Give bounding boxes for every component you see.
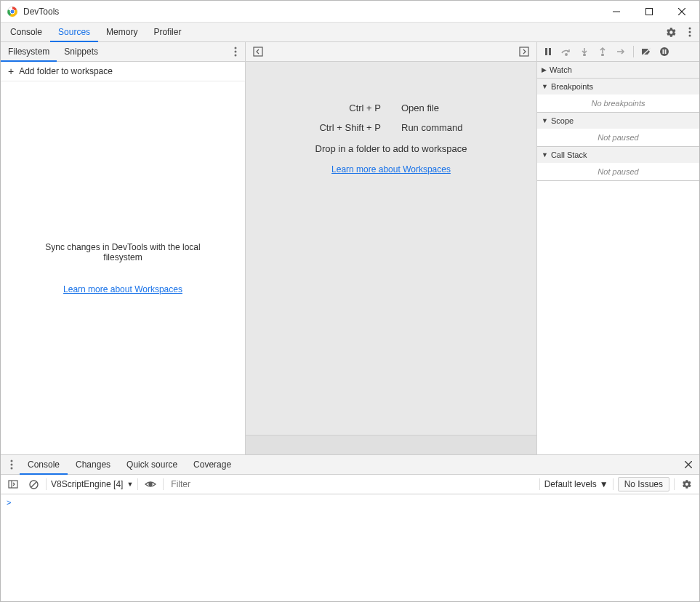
toggle-navigator-button[interactable] <box>250 44 266 60</box>
editor-footer <box>246 435 536 454</box>
tab-console[interactable]: Console <box>2 23 50 41</box>
step-over-icon <box>561 47 571 56</box>
svg-rect-13 <box>520 47 528 56</box>
log-levels-selector[interactable]: Default levels ▼ <box>544 479 608 489</box>
svg-rect-24 <box>663 49 664 54</box>
triangle-right-icon: ▶ <box>542 66 547 73</box>
svg-rect-12 <box>254 47 262 56</box>
gear-icon <box>682 479 692 489</box>
context-selector[interactable]: V8ScriptEngine [4] ▼ <box>51 479 133 489</box>
window-title: DevTools <box>23 7 59 17</box>
console-output[interactable]: > <box>1 494 699 596</box>
drawer-close-button[interactable] <box>680 457 696 473</box>
scope-not-paused-message: Not paused <box>537 129 699 146</box>
tab-sources[interactable]: Sources <box>50 23 98 41</box>
svg-point-10 <box>235 51 237 53</box>
svg-point-8 <box>689 35 691 37</box>
svg-rect-14 <box>545 48 547 55</box>
eye-icon <box>145 480 156 489</box>
add-folder-button[interactable]: + Add folder to workspace <box>1 62 245 81</box>
subtab-snippets[interactable]: Snippets <box>57 42 105 61</box>
learn-more-workspaces-link[interactable]: Learn more about Workspaces <box>63 284 182 294</box>
sync-message: Sync changes in DevTools with the local … <box>30 242 216 262</box>
step-into-button[interactable] <box>576 44 592 60</box>
svg-rect-25 <box>665 49 667 54</box>
console-prompt: > <box>7 498 11 507</box>
devtools-logo-icon <box>7 6 18 17</box>
caret-down-icon: ▼ <box>600 479 608 489</box>
svg-rect-31 <box>9 481 17 488</box>
drawer-tab-coverage[interactable]: Coverage <box>185 455 239 474</box>
settings-button[interactable] <box>661 23 680 41</box>
close-button[interactable] <box>665 1 698 22</box>
kebab-icon <box>688 27 691 37</box>
svg-point-23 <box>660 47 669 56</box>
pause-icon <box>544 47 552 56</box>
shortcut-run-command-key: Ctrl + Shift + P <box>319 122 381 133</box>
svg-point-18 <box>584 54 585 55</box>
svg-point-20 <box>602 54 603 55</box>
live-expression-button[interactable] <box>142 476 158 492</box>
minimize-button[interactable] <box>600 1 632 22</box>
shortcut-open-file-key: Ctrl + P <box>319 103 381 113</box>
callstack-section-header[interactable]: ▼Call Stack <box>537 147 699 163</box>
step-out-icon <box>598 47 607 56</box>
add-folder-label: Add folder to workspace <box>19 66 113 76</box>
step-over-button[interactable] <box>558 44 574 60</box>
editor-placeholder: Ctrl + P Open file Ctrl + Shift + P Run … <box>246 62 536 435</box>
no-breakpoints-message: No breakpoints <box>537 95 699 112</box>
step-out-button[interactable] <box>595 44 611 60</box>
drop-folder-message: Drop in a folder to add to workspace <box>315 143 467 154</box>
svg-point-6 <box>689 28 691 30</box>
close-icon <box>685 461 692 468</box>
sidebar-toggle-icon <box>8 480 18 489</box>
triangle-down-icon: ▼ <box>542 83 548 90</box>
svg-point-26 <box>11 460 13 462</box>
gear-icon <box>666 27 677 38</box>
svg-point-27 <box>11 464 13 466</box>
step-button[interactable] <box>613 44 629 60</box>
console-filter-input[interactable] <box>168 477 534 491</box>
collapse-right-icon <box>519 47 529 57</box>
triangle-down-icon: ▼ <box>542 117 548 124</box>
toggle-debugger-button[interactable] <box>516 44 532 60</box>
pause-button[interactable] <box>540 44 556 60</box>
scope-section-header[interactable]: ▼Scope <box>537 113 699 129</box>
toggle-console-sidebar-button[interactable] <box>5 476 21 492</box>
svg-line-34 <box>31 482 36 487</box>
watch-section-header[interactable]: ▶Watch <box>537 62 699 78</box>
kebab-icon <box>234 47 237 57</box>
breakpoints-label: Breakpoints <box>551 82 593 91</box>
svg-point-35 <box>149 483 152 486</box>
breakpoints-section-header[interactable]: ▼Breakpoints <box>537 79 699 95</box>
drawer-tab-changes[interactable]: Changes <box>68 455 118 474</box>
svg-point-7 <box>689 31 691 33</box>
svg-point-1 <box>10 9 15 14</box>
drawer-more-button[interactable] <box>4 457 20 473</box>
maximize-button[interactable] <box>632 1 665 22</box>
console-settings-button[interactable] <box>679 476 695 492</box>
svg-point-28 <box>11 467 13 470</box>
editor-learn-more-link[interactable]: Learn more about Workspaces <box>331 164 451 174</box>
collapse-left-icon <box>253 47 263 57</box>
pause-circle-icon <box>659 47 669 57</box>
pause-on-exceptions-button[interactable] <box>656 44 672 60</box>
context-label: V8ScriptEngine [4] <box>51 479 123 489</box>
step-icon <box>616 47 626 56</box>
levels-label: Default levels <box>544 479 597 489</box>
drawer-tab-console[interactable]: Console <box>20 455 68 474</box>
deactivate-breakpoints-button[interactable] <box>638 44 654 60</box>
tab-memory[interactable]: Memory <box>98 23 145 41</box>
clear-icon <box>29 480 39 489</box>
shortcut-run-command-desc: Run command <box>401 122 463 133</box>
callstack-not-paused-message: Not paused <box>537 163 699 180</box>
more-button[interactable] <box>680 23 699 41</box>
scope-label: Scope <box>551 116 574 125</box>
sidebar-more-button[interactable] <box>226 47 245 57</box>
tab-profiler[interactable]: Profiler <box>145 23 189 41</box>
subtab-filesystem[interactable]: Filesystem <box>1 42 57 61</box>
caret-down-icon: ▼ <box>126 481 133 488</box>
clear-console-button[interactable] <box>25 476 41 492</box>
drawer-tab-quick-source[interactable]: Quick source <box>118 455 185 474</box>
no-issues-button[interactable]: No Issues <box>618 477 669 491</box>
